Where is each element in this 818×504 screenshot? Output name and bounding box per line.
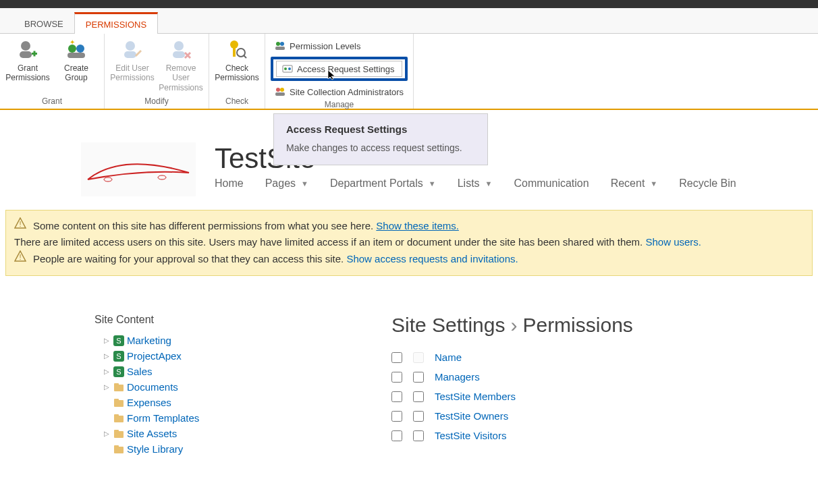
- tooltip-body: Make changes to access request settings.: [286, 142, 475, 155]
- row-detail-checkbox[interactable]: [413, 372, 424, 383]
- row-checkbox[interactable]: [391, 430, 402, 441]
- chevron-down-icon: ▼: [301, 179, 308, 188]
- access-request-highlight: Access Request Settings: [271, 57, 408, 81]
- tree-item-form-templates[interactable]: Form Templates: [94, 410, 297, 426]
- expand-icon[interactable]: ▷: [104, 368, 111, 375]
- check-permissions-button[interactable]: Check Permissions: [215, 38, 259, 83]
- ribbon-group-modify-label: Modify: [110, 95, 203, 107]
- tree-item-sales[interactable]: ▷SSales: [94, 364, 297, 379]
- permission-levels-button[interactable]: Permission Levels: [271, 39, 408, 53]
- svg-rect-42: [114, 430, 119, 432]
- expand-icon[interactable]: ▷: [104, 337, 111, 344]
- svg-point-21: [288, 67, 291, 70]
- permissions-panel: Site Settings›Permissions Name Managers …: [391, 314, 818, 457]
- ribbon-group-manage-label: Manage: [271, 99, 408, 111]
- row-checkbox[interactable]: [391, 391, 402, 402]
- chevron-down-icon: ▼: [485, 179, 493, 188]
- permissions-breadcrumb: Site Settings›Permissions: [391, 314, 818, 337]
- folder-icon: [113, 382, 124, 393]
- site-collection-admins-button[interactable]: Site Collection Administrators: [271, 85, 408, 99]
- tree-item-marketing[interactable]: ▷SMarketing: [94, 333, 297, 348]
- svg-text:S: S: [116, 368, 121, 376]
- svg-text:!: !: [19, 220, 21, 228]
- tree-item-site-assets[interactable]: ▷Site Assets: [94, 426, 297, 441]
- permission-levels-label: Permission Levels: [290, 41, 361, 51]
- table-row: TestSite Visitors: [391, 426, 818, 445]
- grant-permissions-button[interactable]: Grant Permissions: [5, 38, 50, 83]
- svg-rect-40: [114, 414, 119, 417]
- show-these-items-link[interactable]: Show these items.: [376, 220, 459, 231]
- svg-point-23: [280, 88, 284, 92]
- group-link-visitors[interactable]: TestSite Visitors: [435, 430, 506, 441]
- ribbon-group-grant: Grant Permissions ✦ Create Group Grant: [0, 34, 105, 109]
- tree-item-projectapex[interactable]: ▷SProjectApex: [94, 348, 297, 364]
- chevron-down-icon: ▼: [429, 179, 436, 188]
- tab-browse[interactable]: BROWSE: [13, 13, 74, 33]
- tab-permissions[interactable]: PERMISSIONS: [74, 12, 158, 34]
- create-group-button[interactable]: ✦ Create Group: [54, 38, 99, 83]
- group-link-members[interactable]: TestSite Members: [435, 391, 516, 402]
- row-detail-checkbox[interactable]: [413, 391, 424, 402]
- svg-rect-38: [114, 399, 119, 401]
- svg-rect-24: [275, 92, 285, 96]
- user-edit-icon: [121, 39, 143, 61]
- remove-user-label: Remove User Permissions: [159, 63, 203, 92]
- nav-recent[interactable]: Recent▼: [611, 177, 658, 190]
- grant-permissions-label: Grant Permissions: [5, 63, 49, 83]
- ribbon-group-check-label: Check: [215, 95, 259, 107]
- svg-line-15: [244, 55, 246, 58]
- svg-point-25: [104, 177, 112, 181]
- svg-point-10: [174, 41, 184, 51]
- ribbon-group-manage: Permission Levels Access Request Setting…: [265, 34, 414, 109]
- header-icon-checkbox: [413, 352, 424, 363]
- ribbon-group-modify: Edit User Permissions Remove User Permis…: [105, 34, 209, 109]
- user-remove-icon: [170, 39, 192, 61]
- expand-icon[interactable]: ▷: [104, 352, 111, 360]
- folder-icon: [113, 397, 124, 408]
- show-users-link[interactable]: Show users.: [645, 236, 701, 248]
- site-content-tree: Site Content ▷SMarketing ▷SProjectApex ▷…: [94, 314, 297, 457]
- check-permissions-label: Check Permissions: [215, 63, 258, 83]
- nav-lists[interactable]: Lists▼: [458, 177, 493, 190]
- expand-icon[interactable]: ▷: [104, 430, 111, 437]
- remove-user-permissions-button[interactable]: Remove User Permissions: [159, 38, 203, 92]
- edit-user-permissions-button[interactable]: Edit User Permissions: [110, 38, 155, 83]
- permissions-warning-box: ! Some content on this site has differen…: [5, 210, 813, 276]
- table-row: TestSite Members: [391, 387, 818, 406]
- tree-item-style-library[interactable]: Style Library: [94, 441, 297, 457]
- group-link-managers[interactable]: Managers: [435, 371, 480, 383]
- nav-recycle-bin[interactable]: Recycle Bin: [679, 177, 736, 190]
- nav-communication[interactable]: Communication: [514, 177, 589, 190]
- svg-rect-3: [34, 51, 36, 57]
- breadcrumb-separator-icon: ›: [510, 314, 517, 336]
- sharepoint-icon: S: [113, 335, 124, 346]
- show-access-requests-link[interactable]: Show access requests and invitations.: [346, 253, 518, 264]
- column-header-name[interactable]: Name: [435, 352, 462, 363]
- row-detail-checkbox[interactable]: [413, 411, 424, 422]
- sharepoint-icon: S: [113, 351, 124, 362]
- tree-item-documents[interactable]: ▷Documents: [94, 379, 297, 395]
- svg-text:!: !: [19, 253, 21, 261]
- nav-home[interactable]: Home: [215, 177, 244, 190]
- group-link-owners[interactable]: TestSite Owners: [435, 410, 508, 422]
- row-detail-checkbox[interactable]: [413, 430, 424, 441]
- row-checkbox[interactable]: [391, 372, 402, 383]
- select-all-checkbox[interactable]: [391, 352, 402, 363]
- svg-point-16: [276, 42, 280, 46]
- folder-icon: [113, 444, 124, 455]
- warn3-text: People are waiting for your approval so …: [33, 253, 344, 264]
- site-logo[interactable]: [81, 142, 196, 196]
- expand-icon[interactable]: ▷: [104, 383, 111, 391]
- tree-item-expenses[interactable]: Expenses: [94, 395, 297, 410]
- folder-icon: [113, 428, 124, 439]
- svg-point-17: [280, 42, 284, 46]
- nav-pages[interactable]: Pages▼: [265, 177, 308, 190]
- access-request-settings-button[interactable]: Access Request Settings: [276, 61, 402, 77]
- row-checkbox[interactable]: [391, 411, 402, 422]
- site-collection-admins-label: Site Collection Administrators: [290, 87, 404, 97]
- site-content-heading: Site Content: [94, 314, 297, 326]
- svg-text:S: S: [116, 337, 121, 345]
- nav-department-portals[interactable]: Department Portals▼: [330, 177, 436, 190]
- breadcrumb-site-settings[interactable]: Site Settings: [391, 314, 505, 336]
- folder-icon: [113, 413, 124, 424]
